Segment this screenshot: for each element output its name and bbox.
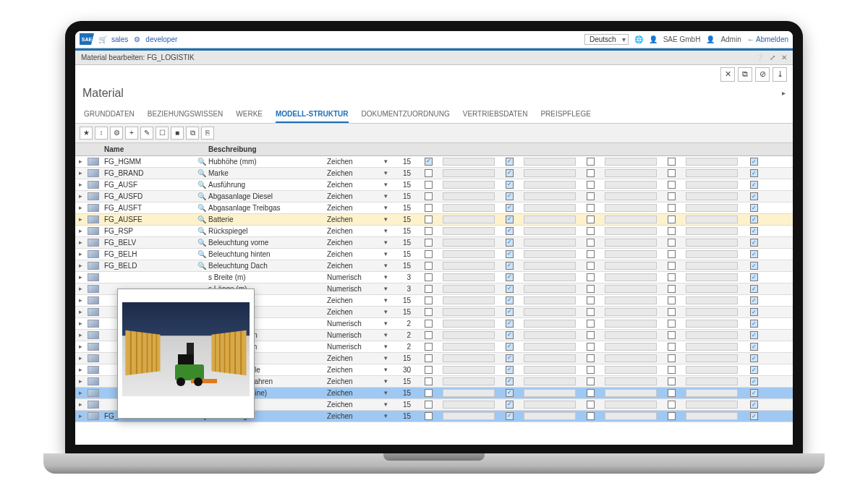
row-type-select[interactable]: Zeichen▾ [324,401,391,409]
row-check-2[interactable]: ✓ [496,296,522,304]
row-check-last[interactable]: ✓ [739,389,768,397]
row-check-1[interactable] [415,181,441,189]
row-slot-1[interactable] [443,239,495,247]
row-check-3[interactable] [577,285,603,293]
expand-caret[interactable]: ▸ [75,204,85,211]
expand-caret[interactable]: ▸ [75,412,85,419]
row-check-last[interactable]: ✓ [739,320,768,328]
row-check-4[interactable] [658,296,684,304]
row-slot-2[interactable] [524,158,576,166]
row-check-2[interactable]: ✓ [496,377,522,385]
row-slot-3[interactable] [605,215,657,223]
row-slot-1[interactable] [443,366,495,374]
row-check-4[interactable] [658,192,684,200]
row-check-2[interactable]: ✓ [496,169,522,177]
row-slot-1[interactable] [443,331,495,339]
row-check-4[interactable] [658,320,684,328]
row-slot-4[interactable] [686,250,738,258]
row-slot-4[interactable] [686,169,738,177]
row-check-3[interactable] [577,181,603,189]
row-check-3[interactable] [577,227,603,235]
row-slot-3[interactable] [605,389,657,397]
row-check-1[interactable] [415,343,441,351]
table-row[interactable]: ▸FG_AUSF🔍AusführungZeichen▾15✓✓ [75,179,793,191]
row-check-1[interactable] [415,401,441,409]
row-check-last[interactable]: ✓ [739,227,768,235]
row-check-4[interactable] [658,262,684,270]
row-check-1[interactable] [415,320,441,328]
search-icon[interactable]: 🔍 [195,262,208,270]
toolbar-btn-8[interactable]: ⎘ [201,127,214,140]
row-slot-1[interactable] [443,343,495,351]
toolbar-btn-7[interactable]: ⧉ [186,127,199,140]
row-check-last[interactable]: ✓ [739,215,768,223]
row-check-2[interactable]: ✓ [496,366,522,374]
row-slot-4[interactable] [686,331,738,339]
row-slot-4[interactable] [686,412,738,420]
row-check-last[interactable]: ✓ [739,354,768,362]
row-check-3[interactable] [577,250,603,258]
expand-caret[interactable]: ▸ [75,320,85,327]
row-slot-4[interactable] [686,192,738,200]
row-type-select[interactable]: Zeichen▾ [324,181,391,189]
language-select[interactable]: Deutsch [584,34,629,45]
row-check-last[interactable]: ✓ [739,377,768,385]
row-slot-2[interactable] [524,320,576,328]
row-slot-1[interactable] [443,273,495,281]
row-check-1[interactable] [415,204,441,212]
row-slot-1[interactable] [443,215,495,223]
row-slot-4[interactable] [686,181,738,189]
row-check-1[interactable] [415,354,441,362]
row-check-3[interactable] [577,262,603,270]
expand-caret[interactable]: ▸ [75,181,85,188]
row-check-2[interactable]: ✓ [496,308,522,316]
row-check-last[interactable]: ✓ [739,262,768,270]
row-slot-3[interactable] [605,262,657,270]
row-check-last[interactable]: ✓ [739,343,768,351]
action-close[interactable]: ✕ [720,67,735,82]
row-type-select[interactable]: Zeichen▾ [324,366,391,374]
row-check-last[interactable]: ✓ [739,331,768,339]
row-slot-3[interactable] [605,377,657,385]
row-slot-4[interactable] [686,215,738,223]
row-slot-3[interactable] [605,320,657,328]
row-slot-4[interactable] [686,354,738,362]
expand-caret[interactable]: ▸ [75,192,85,200]
toolbar-btn-3[interactable]: + [125,127,138,140]
expand-caret[interactable]: ▸ [75,250,85,257]
row-check-3[interactable] [577,296,603,304]
row-check-last[interactable]: ✓ [739,366,768,374]
row-slot-2[interactable] [524,343,576,351]
row-check-3[interactable] [577,377,603,385]
row-check-2[interactable]: ✓ [496,320,522,328]
row-check-2[interactable]: ✓ [496,331,522,339]
row-slot-1[interactable] [443,192,495,200]
row-check-2[interactable]: ✓ [496,239,522,247]
row-slot-3[interactable] [605,158,657,166]
row-slot-3[interactable] [605,354,657,362]
row-slot-3[interactable] [605,181,657,189]
row-slot-2[interactable] [524,227,576,235]
expand-caret[interactable]: ▸ [75,354,85,362]
row-check-3[interactable] [577,401,603,409]
row-slot-3[interactable] [605,239,657,247]
search-icon[interactable]: 🔍 [195,239,208,247]
row-slot-4[interactable] [686,320,738,328]
row-check-last[interactable]: ✓ [739,239,768,247]
row-check-4[interactable] [658,377,684,385]
expand-caret[interactable]: ▸ [75,343,85,350]
row-check-3[interactable] [577,320,603,328]
expand-caret[interactable]: ▸ [75,389,85,396]
search-icon[interactable]: 🔍 [195,181,208,189]
row-slot-1[interactable] [443,285,495,293]
row-check-3[interactable] [577,354,603,362]
toolbar-btn-5[interactable]: ☐ [156,127,169,140]
row-type-select[interactable]: Zeichen▾ [324,354,391,362]
row-check-1[interactable] [415,366,441,374]
row-slot-3[interactable] [605,273,657,281]
search-icon[interactable]: 🔍 [195,204,208,212]
row-type-select[interactable]: Zeichen▾ [324,308,391,316]
tab-dokumentzuordnung[interactable]: DOKUMENTZUORDNUNG [362,106,450,123]
row-check-2[interactable]: ✓ [496,273,522,281]
row-check-1[interactable] [415,285,441,293]
